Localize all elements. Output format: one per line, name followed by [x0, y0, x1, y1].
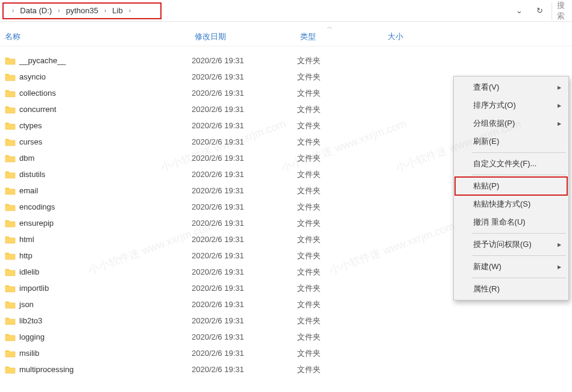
- file-row[interactable]: msilib2020/2/6 19:31文件夹: [0, 345, 572, 361]
- file-row[interactable]: multiprocessing2020/2/6 19:31文件夹: [0, 361, 572, 378]
- menu-separator: [472, 255, 566, 256]
- column-header-date[interactable]: 修改日期: [195, 31, 300, 42]
- breadcrumb-item[interactable]: Lib: [110, 5, 125, 16]
- folder-icon: [5, 268, 16, 276]
- menu-separator: [472, 278, 566, 278]
- file-date: 2020/2/6 19:31: [192, 365, 297, 374]
- chevron-right-icon: ›: [54, 7, 63, 14]
- folder-icon: [5, 122, 16, 130]
- file-date: 2020/2/6 19:31: [192, 186, 297, 195]
- menu-item[interactable]: 刷新(E): [455, 132, 567, 151]
- file-row[interactable]: lib2to32020/2/6 19:31文件夹: [0, 313, 572, 329]
- address-bar-controls: ⌄ ↻: [513, 6, 552, 15]
- address-bar: › Data (D:) › python35 › Lib › ⌄ ↻ 搜索: [0, 0, 572, 22]
- file-type: 文件夹: [297, 348, 385, 359]
- chevron-right-icon: ›: [125, 7, 134, 14]
- column-header-name[interactable]: 名称: [5, 31, 195, 42]
- file-date: 2020/2/6 19:31: [192, 105, 297, 114]
- folder-icon: [5, 138, 16, 146]
- file-name: html: [19, 235, 34, 244]
- file-type: 文件夹: [297, 55, 385, 66]
- column-header-size[interactable]: 大小: [388, 31, 448, 42]
- file-type: 文件夹: [297, 153, 385, 164]
- file-name: json: [19, 300, 34, 309]
- folder-icon: [5, 235, 16, 244]
- file-name: importlib: [19, 284, 49, 293]
- breadcrumb-item[interactable]: python35: [63, 5, 101, 16]
- menu-item[interactable]: 粘贴快捷方式(S): [455, 195, 567, 213]
- file-name: __pycache__: [19, 56, 66, 65]
- file-name: idlelib: [19, 267, 39, 276]
- menu-item[interactable]: 授予访问权限(G): [455, 235, 567, 254]
- menu-item[interactable]: 分组依据(P): [455, 114, 567, 132]
- file-name: ctypes: [19, 121, 42, 130]
- file-type: 文件夹: [297, 202, 385, 213]
- breadcrumb-highlighted[interactable]: › Data (D:) › python35 › Lib ›: [2, 2, 162, 19]
- file-date: 2020/2/6 19:31: [192, 251, 297, 260]
- folder-icon: [5, 105, 16, 114]
- file-date: 2020/2/6 19:31: [192, 332, 297, 341]
- file-type: 文件夹: [297, 316, 385, 326]
- menu-item[interactable]: 撤消 重命名(U): [455, 213, 567, 231]
- refresh-icon[interactable]: ↻: [533, 6, 545, 15]
- file-type: 文件夹: [297, 88, 385, 99]
- folder-icon: [5, 366, 16, 374]
- context-menu: 查看(V)排序方式(O)分组依据(P)刷新(E)自定义文件夹(F)...粘贴(P…: [453, 76, 569, 300]
- file-type: 文件夹: [297, 364, 385, 375]
- menu-item[interactable]: 查看(V): [455, 78, 567, 96]
- menu-item[interactable]: 粘贴(P): [455, 177, 567, 195]
- file-date: 2020/2/6 19:31: [192, 154, 297, 163]
- file-type: 文件夹: [297, 72, 385, 82]
- file-row[interactable]: __pycache__2020/2/6 19:31文件夹: [0, 52, 572, 69]
- folder-icon: [5, 219, 16, 228]
- file-type: 文件夹: [297, 267, 385, 278]
- file-type: 文件夹: [297, 104, 385, 115]
- folder-icon: [5, 300, 16, 309]
- file-name: email: [19, 186, 38, 195]
- file-type: 文件夹: [297, 234, 385, 245]
- file-date: 2020/2/6 19:31: [192, 56, 297, 65]
- menu-separator: [472, 175, 566, 175]
- folder-icon: [5, 252, 16, 260]
- chevron-down-icon[interactable]: ⌄: [513, 6, 525, 15]
- file-name: encodings: [19, 202, 55, 211]
- file-date: 2020/2/6 19:31: [192, 202, 297, 211]
- file-name: msilib: [19, 349, 39, 358]
- file-name: dbm: [19, 154, 34, 163]
- file-name: concurrent: [19, 105, 56, 114]
- search-input[interactable]: 搜索: [552, 2, 570, 19]
- file-type: 文件夹: [297, 185, 385, 196]
- file-row[interactable]: logging2020/2/6 19:31文件夹: [0, 329, 572, 345]
- file-name: curses: [19, 137, 42, 146]
- file-type: 文件夹: [297, 169, 385, 180]
- menu-item[interactable]: 自定义文件夹(F)...: [455, 155, 567, 173]
- file-type: 文件夹: [297, 250, 385, 261]
- columns-header: 名称 修改日期 类型 大小: [0, 30, 572, 46]
- folder-icon: [5, 349, 16, 358]
- menu-item[interactable]: 新建(W): [455, 258, 567, 276]
- column-header-type[interactable]: 类型: [300, 31, 388, 42]
- file-date: 2020/2/6 19:31: [192, 349, 297, 358]
- file-date: 2020/2/6 19:31: [192, 89, 297, 98]
- file-date: 2020/2/6 19:31: [192, 267, 297, 276]
- file-date: 2020/2/6 19:31: [192, 284, 297, 293]
- folder-icon: [5, 170, 16, 179]
- menu-item[interactable]: 属性(R): [455, 280, 567, 298]
- menu-item[interactable]: 排序方式(O): [455, 96, 567, 114]
- breadcrumb-item[interactable]: Data (D:): [17, 5, 54, 16]
- file-name: collections: [19, 89, 56, 98]
- file-date: 2020/2/6 19:31: [192, 235, 297, 244]
- folder-icon: [5, 89, 16, 98]
- file-date: 2020/2/6 19:31: [192, 219, 297, 228]
- address-bar-empty[interactable]: [165, 2, 513, 19]
- file-name: logging: [19, 332, 45, 341]
- file-type: 文件夹: [297, 137, 385, 148]
- file-date: 2020/2/6 19:31: [192, 72, 297, 81]
- file-date: 2020/2/6 19:31: [192, 121, 297, 130]
- file-name: distutils: [19, 170, 45, 179]
- file-name: asyncio: [19, 72, 46, 81]
- file-type: 文件夹: [297, 299, 385, 310]
- folder-icon: [5, 73, 16, 81]
- file-type: 文件夹: [297, 283, 385, 294]
- file-date: 2020/2/6 19:31: [192, 300, 297, 309]
